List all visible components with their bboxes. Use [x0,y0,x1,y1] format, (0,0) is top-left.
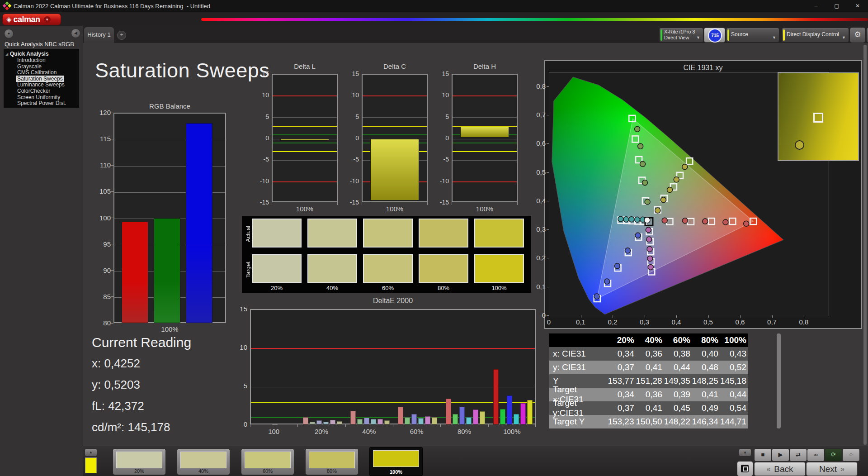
sidebar-item-colorchecker[interactable]: ColorChecker [17,88,50,94]
sweep-card-20%[interactable]: 20% [113,448,166,475]
gridline [363,117,427,118]
close-button[interactable]: ✕ [847,0,868,12]
deltae-group-label: 40% [345,428,393,436]
ytick-mark [111,244,113,244]
cie-ytick: 0 [528,311,546,319]
gridline [453,160,517,161]
actual-patch-100% [474,219,524,248]
sidebar-item-saturation-sweeps[interactable]: Saturation Sweeps [16,76,64,82]
limit-line [453,151,517,152]
table-column-header: 80% [692,335,720,345]
expand-left-button[interactable]: ▲ [85,448,97,457]
xtick-mark [250,424,250,427]
page-scrollbar[interactable] [863,45,867,445]
rgb-ytick: 120 [90,109,111,117]
ytick-mark [547,143,549,144]
sidebar-item-grayscale[interactable]: Grayscale [17,63,42,70]
display-control-dropdown[interactable]: Direct Display Control ▼ [782,28,849,43]
delta-ytick: -15 [252,198,269,206]
table-scrollbar[interactable] [777,333,781,428]
maximize-button[interactable]: ▢ [826,0,847,12]
sidebar-item-spectral-power-dist-[interactable]: Spectral Power Dist. [17,100,66,106]
limit-line [273,134,337,135]
continuous-button[interactable]: ∞ [807,448,825,462]
meter-dropdown[interactable]: X-Rite i1Pro 3 Direct View ▼ [659,28,703,43]
cie-inset-zoom [778,72,859,161]
add-tab-button[interactable]: + [117,31,126,40]
rgb-ytick: 95 [90,240,111,248]
table-cell: 149,35 [664,376,692,386]
deltae-bar-40% [364,418,369,424]
cie-measured-circle-yellow [674,177,679,182]
cie-measured-circle-cyan [618,216,623,222]
deltae-bar-20% [303,417,308,424]
sweep-card-swatch [116,452,162,468]
actual-patch-20% [252,219,302,248]
sweep-card-40%[interactable]: 40% [177,448,230,475]
table-row: Target Y153,23150,50148,22146,34144,71 [549,415,748,428]
ytick-mark [111,139,113,139]
calman-menu-button[interactable]: ◈ calman ▼ [2,14,61,25]
sidebar-item-introduction[interactable]: Introduction [17,57,46,63]
next-button[interactable]: Next » [806,462,858,476]
rgb-ytick: 105 [90,187,111,195]
actual-patch-80% [419,219,468,248]
delta-ytick: 15 [342,70,359,78]
tree-expander-icon[interactable]: ◢ [5,52,8,56]
table-cell: 150,50 [636,417,664,427]
meter-name: X-Rite i1Pro 3 [664,29,695,35]
patch-row-label-actual: Actual [245,219,252,248]
loop-button[interactable]: ⟳ [825,448,842,462]
sweep-card-60%[interactable]: 60% [241,448,294,475]
sweep-card-100%[interactable]: 100% [369,447,423,476]
cie-measured-circle-green [640,162,646,167]
expand-right-button[interactable]: ▲ [739,448,751,457]
table-cell: 0,45 [664,403,692,413]
panel-collapse-button[interactable]: ◀ [866,27,868,43]
cie-xtick: 0,7 [763,318,781,326]
back-button[interactable]: « Back [754,462,806,476]
table-row-label: Target y:CIE31 [549,398,608,418]
settings-button[interactable]: ⚙ [849,27,866,43]
reading-y: y: 0,5203 [92,378,241,392]
sidebar-item-screen-uniformity[interactable]: Screen Uniformity [17,94,60,100]
sweep-strip: ▲ 20%40%60%80%100% ▲ ■▶⇄∞⟳○ « Back Next … [83,446,868,476]
table-cell: 0,44 [664,362,692,372]
meter-status-bar [660,29,662,41]
workflow-options-button[interactable]: ● [4,29,14,38]
deltae-bar-80% [480,411,485,424]
limit-line [363,126,427,127]
delta-chart-title: Delta C [362,62,428,71]
step-button[interactable]: ⇄ [789,448,807,462]
target-patch-60% [363,254,413,283]
deltae-bar-100 [272,424,278,425]
tree-root-quick-analysis[interactable]: Quick Analysis [10,51,49,57]
sweep-card-80%[interactable]: 80% [305,448,359,475]
delta-ytick: 5 [252,113,269,121]
sidebar-item-cms-calibration[interactable]: CMS Calibration [17,69,57,76]
ytick-mark [547,86,549,87]
sidebar-item-luminance-sweeps[interactable]: Luminance Sweeps [17,81,65,88]
sweep-card-label: 20% [113,468,165,474]
stop-button[interactable]: ■ [754,448,772,462]
record-button[interactable]: ○ [842,448,860,462]
cie-measured-circle-yellow [682,164,688,170]
table-cell: 145,18 [720,376,748,386]
deltae-bar-20% [330,420,335,424]
deltae-bar-100% [527,400,533,424]
cie-measured-circle-red [703,219,708,224]
deltae-bar-60% [432,417,437,424]
cie-measured-circle-cyan [635,217,640,222]
tab-history-1[interactable]: History 1 [84,27,114,43]
source-dropdown[interactable]: Source ▼ [726,28,779,43]
actual-patch-60% [363,219,413,248]
xtick-mark [581,315,581,318]
meter-reading-value: 715 [708,29,722,43]
minimize-button[interactable]: – [806,0,826,12]
sidebar-collapse-button[interactable]: ◀ [71,29,80,38]
cie-measured-circle-blue [625,248,630,253]
limit-line [273,143,337,143]
pattern-window-button[interactable] [737,461,753,476]
patch-panel: ActualTarget20%40%60%80%100% [242,216,531,293]
play-button[interactable]: ▶ [772,448,789,462]
